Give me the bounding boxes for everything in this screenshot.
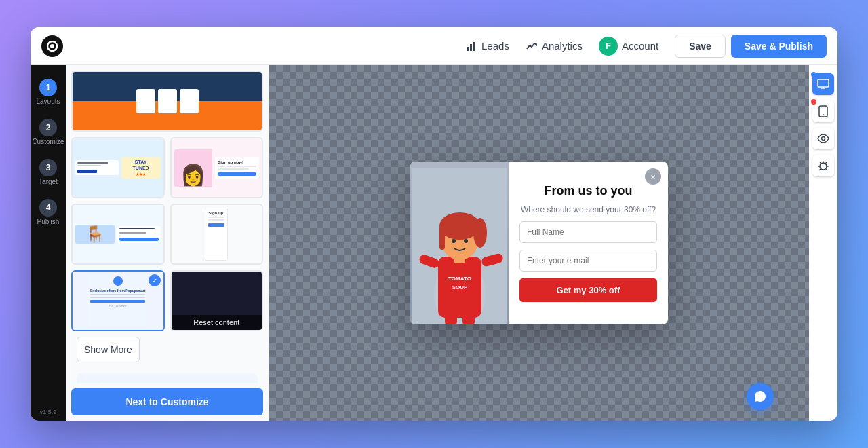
preview-button[interactable] <box>812 128 834 149</box>
template-item-stay-tuned[interactable]: STAY TUNED ★★★ <box>71 137 165 198</box>
svg-point-26 <box>822 137 825 141</box>
template-thumb-stay-tuned: STAY TUNED ★★★ <box>73 138 163 197</box>
step-number-4: 4 <box>39 199 57 217</box>
template-grid: STAY TUNED ★★★ 👩 <box>71 71 263 331</box>
step-number-1: 1 <box>39 79 57 96</box>
svg-rect-2 <box>467 47 469 51</box>
reset-overlay[interactable]: Reset content <box>172 315 262 330</box>
app-logo[interactable] <box>41 35 63 57</box>
left-sidebar: 1 Layouts 2 Customize 3 Target 4 Publish… <box>31 65 66 421</box>
step-label-target: Target <box>39 178 58 185</box>
debug-button[interactable] <box>812 155 834 176</box>
mobile-view-button[interactable] <box>812 100 834 122</box>
svg-rect-19 <box>445 311 457 324</box>
app-window: Leads Analytics F Account Save Save & Pu… <box>31 27 837 421</box>
svg-text:SOUP: SOUP <box>452 284 467 291</box>
right-toolbar <box>809 65 837 421</box>
step-label-customize: Customize <box>32 138 64 145</box>
step-label-layouts: Layouts <box>36 98 60 105</box>
popup-subtitle: Where should we send your 30% off? <box>519 205 657 214</box>
svg-point-25 <box>823 114 824 115</box>
sidebar-step-layouts[interactable]: 1 Layouts <box>33 73 63 111</box>
template-item-dark-summer[interactable]: Reset content <box>170 270 264 331</box>
popup-cta-button[interactable]: Get my 30% off <box>519 278 657 302</box>
cloneable-banner[interactable]: 🤙 Cloneable Popup Showcase <box>77 373 258 383</box>
template-item-popup-simple[interactable]: Sign up! <box>170 204 264 265</box>
nav-account-label: Account <box>622 40 658 52</box>
popup-preview: × TOMATO <box>410 162 668 324</box>
person-figure: TOMATO SOUP <box>410 162 509 324</box>
svg-rect-14 <box>439 226 445 250</box>
popup-image-panel: TOMATO SOUP <box>410 162 509 324</box>
sidebar-step-publish[interactable]: 4 Publish <box>33 193 63 231</box>
svg-point-15 <box>473 218 487 248</box>
header-nav: Leads Analytics F Account <box>465 37 658 56</box>
step-label-publish: Publish <box>37 218 60 225</box>
nav-account[interactable]: F Account <box>599 37 658 56</box>
header: Leads Analytics F Account Save Save & Pu… <box>31 27 837 65</box>
show-more-button[interactable]: Show More <box>77 337 140 362</box>
template-thumb-email-signup: 👩 Sign up now! <box>172 138 262 197</box>
panel-content: STAY TUNED ★★★ 👩 <box>66 65 269 383</box>
svg-point-1 <box>50 44 54 48</box>
popup-form-panel: From us to you Where should we send your… <box>509 162 668 324</box>
next-to-customize-button[interactable]: Next to Customize <box>71 388 263 415</box>
selected-check: ✓ <box>149 274 161 286</box>
template-item-chair[interactable]: 🪑 <box>71 204 165 265</box>
template-thumb-pricing <box>73 72 262 130</box>
svg-point-16 <box>452 239 456 243</box>
save-button[interactable]: Save <box>675 35 726 58</box>
desktop-active-dot <box>811 72 816 77</box>
svg-rect-20 <box>462 311 475 324</box>
svg-rect-3 <box>470 44 472 51</box>
popup-close-button[interactable]: × <box>645 168 661 185</box>
popup-name-input[interactable] <box>519 221 657 243</box>
svg-rect-18 <box>454 255 465 263</box>
svg-rect-4 <box>473 42 475 51</box>
step-number-3: 3 <box>39 159 57 176</box>
popup-email-input[interactable] <box>519 250 657 272</box>
chart-bar-icon <box>465 40 477 52</box>
nav-analytics-label: Analytics <box>542 40 583 52</box>
template-thumb-popup-simple: Sign up! <box>172 205 262 263</box>
publish-button[interactable]: Save & Publish <box>731 35 827 58</box>
sidebar-step-target[interactable]: 3 Target <box>33 153 63 191</box>
desktop-view-button[interactable] <box>812 73 834 95</box>
nav-leads[interactable]: Leads <box>465 40 509 52</box>
cloneable-icon: 🤙 <box>87 381 111 383</box>
sidebar-version: v1.5.9 <box>40 409 57 421</box>
template-item-popupsmart[interactable]: Exclusive offers from Popupsmart No, Tha… <box>71 270 165 331</box>
chart-line-icon <box>526 40 538 52</box>
cloneable-text: Cloneable Popup Showcase <box>119 381 193 383</box>
popup-title: From us to you <box>519 184 657 199</box>
nav-analytics[interactable]: Analytics <box>526 40 583 52</box>
step-number-2: 2 <box>39 119 57 136</box>
template-item-email-signup[interactable]: 👩 Sign up now! <box>170 137 264 198</box>
nav-leads-label: Leads <box>481 40 509 52</box>
template-panel: STAY TUNED ★★★ 👩 <box>66 65 269 421</box>
chat-fab-button[interactable] <box>747 383 774 410</box>
template-thumb-chair: 🪑 <box>73 205 163 263</box>
svg-point-17 <box>464 239 468 243</box>
template-item-pricing[interactable] <box>71 71 263 132</box>
header-buttons: Save Save & Publish <box>675 35 827 58</box>
canvas-area: × TOMATO <box>269 65 809 421</box>
svg-text:TOMATO: TOMATO <box>448 276 471 282</box>
svg-rect-21 <box>818 79 829 87</box>
sidebar-step-customize[interactable]: 2 Customize <box>33 113 63 151</box>
mobile-alert-dot <box>811 99 816 105</box>
account-avatar: F <box>599 37 618 56</box>
app-body: 1 Layouts 2 Customize 3 Target 4 Publish… <box>31 65 837 421</box>
